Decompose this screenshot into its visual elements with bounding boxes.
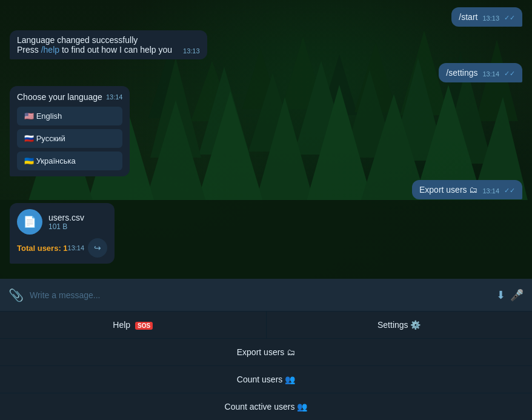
microphone-icon[interactable]: 🎤 bbox=[510, 288, 524, 302]
lang-english-button[interactable]: 🇺🇸 English bbox=[17, 107, 122, 125]
file-icon: 📄 bbox=[17, 209, 42, 235]
settings-message: /settings 13:14 ✓✓ bbox=[439, 63, 522, 82]
message-input[interactable] bbox=[30, 290, 490, 300]
total-users: Total users: 1 bbox=[17, 244, 68, 253]
attach-icon[interactable]: 📎 bbox=[8, 288, 24, 302]
help-link: /help bbox=[41, 45, 59, 55]
settings-message-time: 13:14 bbox=[482, 70, 499, 78]
export-users-button[interactable]: Export users 🗂 bbox=[0, 339, 532, 365]
choose-language-message: Choose your language 13:14 🇺🇸 English 🇷🇺… bbox=[10, 86, 130, 176]
file-name: users.csv bbox=[48, 213, 107, 222]
bottom-row-1: Help SOS Settings ⚙️ bbox=[0, 311, 532, 338]
file-size: 101 B bbox=[48, 222, 107, 231]
count-active-users-button[interactable]: Count active users 👥 bbox=[0, 393, 532, 420]
sos-badge: SOS bbox=[135, 322, 153, 330]
export-users-message-text: Export users 🗂 bbox=[419, 185, 477, 195]
lang-changed-time: 13:13 bbox=[183, 47, 200, 55]
lang-changed-message: Language changed successfully Press /hel… bbox=[10, 30, 207, 59]
start-message-time: 13:13 bbox=[482, 15, 499, 22]
file-message: 📄 users.csv 101 B Total users: 1 13:14 ↪ bbox=[10, 203, 115, 264]
bottom-row-2: Export users 🗂 bbox=[0, 338, 532, 365]
start-message-text: /start bbox=[459, 12, 477, 22]
lang-changed-text: Press /help to find out how I can help y… bbox=[17, 45, 172, 55]
choose-lang-time: 13:14 bbox=[106, 93, 123, 101]
lang-ukrainian-button[interactable]: 🇺🇦 Українська bbox=[17, 152, 122, 170]
settings-message-check: ✓✓ bbox=[504, 70, 515, 78]
settings-button[interactable]: Settings ⚙️ bbox=[267, 312, 533, 338]
choose-lang-header: Choose your language bbox=[17, 92, 102, 102]
settings-message-text: /settings bbox=[446, 68, 477, 78]
lang-russian-button[interactable]: 🇷🇺 Русский bbox=[17, 129, 122, 148]
bottom-buttons: Help SOS Settings ⚙️ Export users 🗂 Coun… bbox=[0, 311, 532, 420]
scroll-down-icon[interactable]: ⬇ bbox=[496, 288, 505, 302]
count-users-button[interactable]: Count users 👥 bbox=[0, 366, 532, 393]
help-button[interactable]: Help SOS bbox=[0, 312, 267, 338]
export-users-message: Export users 🗂 13:14 ✓✓ bbox=[412, 180, 522, 199]
bottom-row-4: Count active users 👥 bbox=[0, 393, 532, 420]
lang-changed-line1: Language changed successfully bbox=[17, 35, 200, 45]
chat-messages: /start 13:13 ✓✓ Language changed success… bbox=[0, 0, 532, 278]
start-message: /start 13:13 ✓✓ bbox=[451, 7, 522, 27]
input-actions: ⬇ 🎤 bbox=[496, 288, 524, 302]
forward-button[interactable]: ↪ bbox=[88, 238, 107, 258]
export-users-message-check: ✓✓ bbox=[504, 187, 515, 195]
export-users-message-time: 13:14 bbox=[482, 187, 499, 195]
start-message-check: ✓✓ bbox=[504, 14, 515, 22]
bottom-row-3: Count users 👥 bbox=[0, 365, 532, 393]
file-message-time: 13:14 bbox=[68, 244, 85, 252]
lang-changed-line2: Press /help to find out how I can help y… bbox=[17, 45, 200, 55]
chat-container: /start 13:13 ✓✓ Language changed success… bbox=[0, 0, 532, 420]
input-area: 📎 ⬇ 🎤 bbox=[0, 278, 532, 311]
